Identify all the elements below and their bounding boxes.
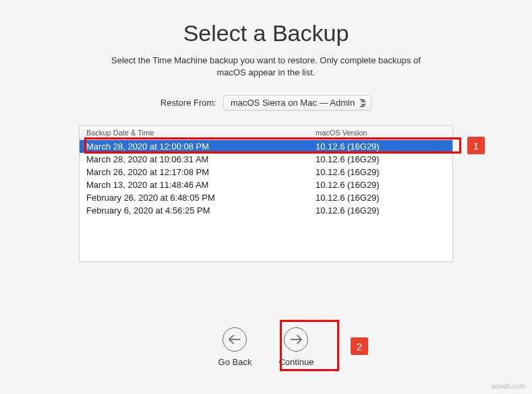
table-body: March 28, 2020 at 12:00:08 PM10.12.6 (16… — [80, 140, 452, 261]
backup-date-cell: March 28, 2020 at 12:00:08 PM — [86, 141, 316, 152]
continue-button[interactable]: Continue — [278, 327, 314, 367]
backup-version-cell: 10.12.6 (16G29) — [316, 154, 446, 164]
backup-date-cell: February 26, 2020 at 6:48:05 PM — [86, 193, 316, 203]
bottom-button-bar: Go Back Continue — [0, 327, 532, 367]
backup-version-cell: 10.12.6 (16G29) — [316, 205, 446, 216]
table-row[interactable]: February 26, 2020 at 6:48:05 PM10.12.6 (… — [80, 191, 452, 204]
backup-date-cell: March 28, 2020 at 10:06:31 AM — [86, 154, 316, 164]
restore-from-row: Restore From: macOS Sierra on Mac — Admi… — [0, 95, 532, 110]
restore-from-value: macOS Sierra on Mac — Admin — [231, 98, 355, 108]
annotation-badge-1: 1 — [467, 137, 485, 154]
table-row[interactable]: March 26, 2020 at 12:17:08 PM10.12.6 (16… — [80, 166, 452, 178]
arrow-left-icon — [223, 327, 247, 352]
table-row[interactable]: March 13, 2020 at 11:48:46 AM10.12.6 (16… — [80, 178, 452, 191]
page-subtitle: Select the Time Machine backup you want … — [101, 55, 432, 79]
table-header-row: Backup Date & Time macOS Version — [80, 126, 452, 140]
continue-label: Continue — [278, 357, 314, 367]
page-title: Select a Backup — [0, 20, 532, 46]
backup-version-cell: 10.12.6 (16G29) — [316, 167, 446, 177]
column-header-version[interactable]: macOS Version — [316, 129, 446, 137]
restore-from-select[interactable]: macOS Sierra on Mac — Admin — [223, 95, 372, 110]
backup-version-cell: 10.12.6 (16G29) — [316, 141, 446, 152]
go-back-button[interactable]: Go Back — [218, 327, 252, 367]
go-back-label: Go Back — [218, 357, 252, 367]
column-header-date[interactable]: Backup Date & Time — [86, 129, 316, 137]
backup-list-panel: Backup Date & Time macOS Version March 2… — [79, 125, 453, 262]
annotation-badge-2: 2 — [351, 337, 368, 355]
backup-date-cell: March 13, 2020 at 11:48:46 AM — [86, 180, 316, 190]
updown-chevron-icon — [361, 99, 366, 107]
restore-from-label: Restore From: — [160, 98, 216, 108]
table-row[interactable]: March 28, 2020 at 12:00:08 PM10.12.6 (16… — [80, 140, 452, 153]
arrow-right-icon — [284, 327, 308, 352]
table-row[interactable]: March 28, 2020 at 10:06:31 AM10.12.6 (16… — [80, 153, 452, 166]
table-row[interactable]: February 6, 2020 at 4:56:25 PM10.12.6 (1… — [80, 204, 452, 217]
watermark-text: wsxdn.com — [492, 383, 525, 390]
backup-date-cell: February 6, 2020 at 4:56:25 PM — [86, 205, 316, 216]
backup-version-cell: 10.12.6 (16G29) — [316, 180, 446, 190]
backup-date-cell: March 26, 2020 at 12:17:08 PM — [86, 167, 316, 177]
backup-version-cell: 10.12.6 (16G29) — [316, 193, 446, 203]
